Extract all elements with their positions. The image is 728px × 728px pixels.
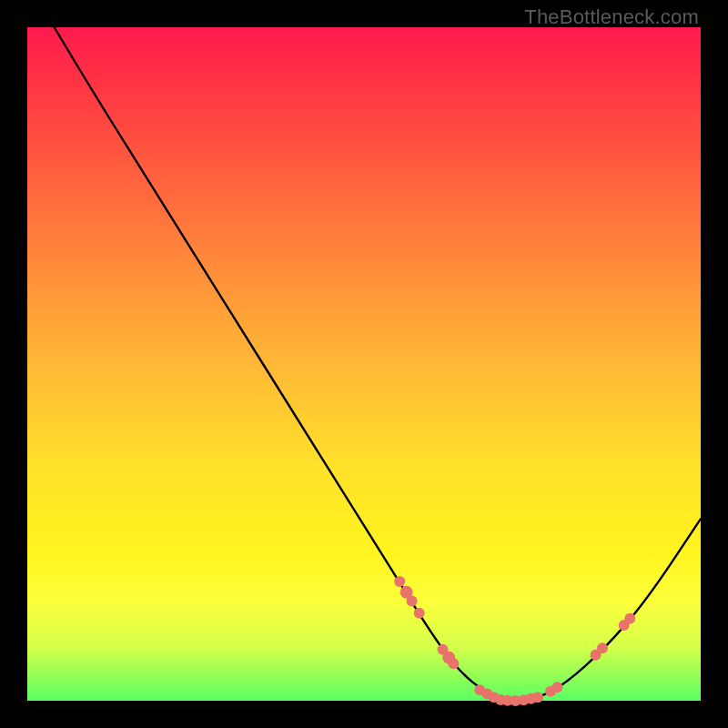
data-point-marker bbox=[414, 608, 425, 619]
data-point-marker bbox=[532, 692, 543, 703]
data-point-marker bbox=[394, 576, 405, 587]
data-point-marker bbox=[597, 642, 608, 653]
bottleneck-curve bbox=[55, 27, 701, 700]
bottleneck-chart bbox=[0, 0, 728, 728]
marker-layer bbox=[394, 576, 635, 706]
curve-layer bbox=[55, 27, 701, 700]
data-point-marker bbox=[407, 595, 418, 606]
data-point-marker bbox=[624, 613, 635, 624]
data-point-marker bbox=[551, 682, 562, 693]
data-point-marker bbox=[448, 658, 459, 669]
